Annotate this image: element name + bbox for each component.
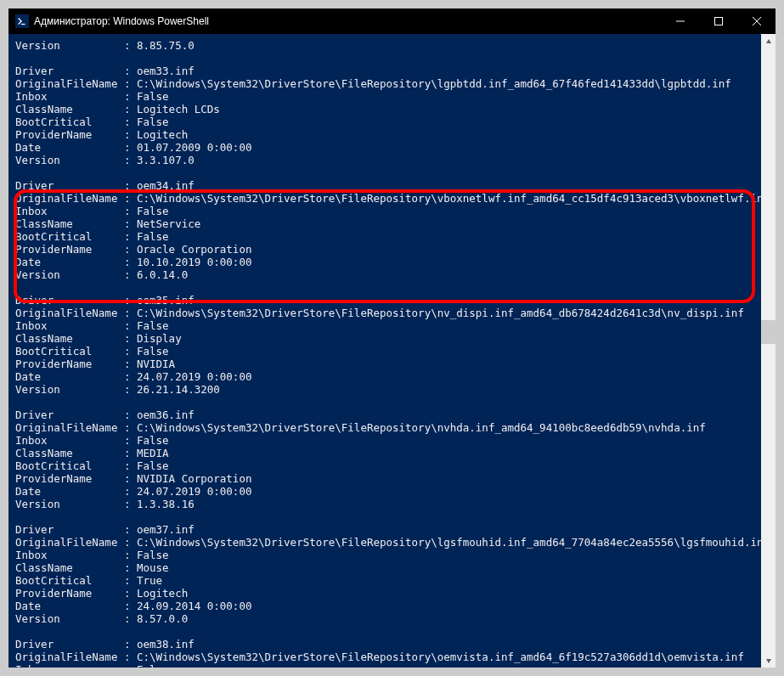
scroll-down-button[interactable] bbox=[761, 653, 776, 668]
window-title: Администратор: Windows PowerShell bbox=[34, 15, 209, 27]
console-output: Version : 8.85.75.0 Driver : oem33.inf O… bbox=[8, 34, 776, 668]
scroll-up-button[interactable] bbox=[761, 34, 776, 48]
svg-marker-7 bbox=[766, 659, 771, 663]
powershell-window: Администратор: Windows PowerShell Versio… bbox=[8, 8, 776, 668]
powershell-icon bbox=[15, 14, 29, 28]
maximize-button[interactable] bbox=[699, 8, 737, 34]
window-titlebar[interactable]: Администратор: Windows PowerShell bbox=[8, 8, 776, 34]
svg-marker-6 bbox=[766, 39, 771, 43]
minimize-button[interactable] bbox=[661, 8, 699, 34]
vertical-scrollbar[interactable] bbox=[761, 34, 776, 668]
close-button[interactable] bbox=[737, 8, 776, 34]
console-area[interactable]: Version : 8.85.75.0 Driver : oem33.inf O… bbox=[8, 34, 776, 668]
desktop-frame: Администратор: Windows PowerShell Versio… bbox=[0, 0, 784, 676]
scroll-track[interactable] bbox=[761, 48, 776, 653]
scroll-thumb[interactable] bbox=[761, 320, 776, 344]
svg-rect-3 bbox=[714, 18, 722, 25]
